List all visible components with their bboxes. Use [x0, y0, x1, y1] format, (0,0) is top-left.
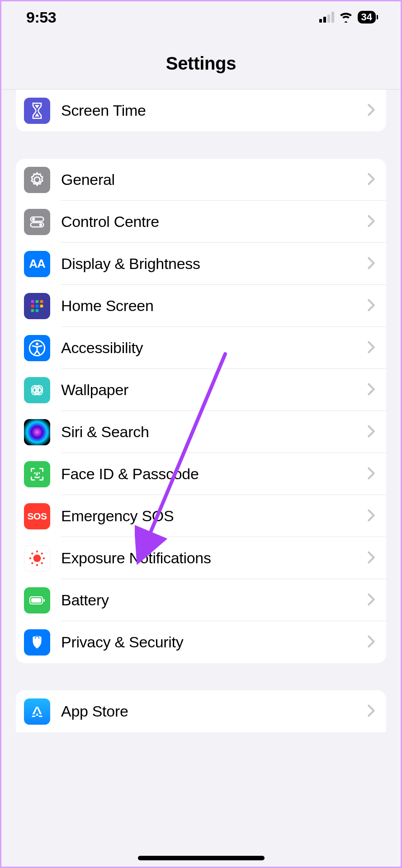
accessibility-icon [24, 335, 50, 361]
settings-group-appstore: App Store [16, 690, 386, 732]
settings-group-top: Screen Time [16, 90, 386, 132]
row-label: Privacy & Security [61, 633, 183, 651]
row-label: Exposure Notifications [61, 549, 211, 567]
settings-group-main: General Control Centre AA Display & Brig… [16, 159, 386, 663]
row-exposure-notifications[interactable]: Exposure Notifications [16, 537, 386, 579]
wallpaper-icon [24, 377, 50, 403]
chevron-right-icon [367, 341, 375, 355]
row-label: General [61, 171, 115, 189]
screen-time-icon [24, 98, 50, 124]
row-screen-time[interactable]: Screen Time [16, 90, 386, 132]
row-label: Emergency SOS [61, 507, 174, 525]
svg-rect-29 [31, 598, 41, 603]
status-right: 34 [319, 11, 376, 24]
siri-icon [24, 419, 50, 445]
svg-point-13 [36, 342, 38, 345]
svg-rect-7 [31, 304, 34, 307]
svg-point-25 [41, 552, 43, 554]
row-battery[interactable]: Battery [16, 579, 386, 621]
row-label: Display & Brightness [61, 255, 200, 273]
chevron-right-icon [367, 704, 375, 719]
row-control-centre[interactable]: Control Centre [16, 201, 386, 243]
svg-rect-9 [40, 304, 43, 307]
row-faceid-passcode[interactable]: Face ID & Passcode [16, 453, 386, 495]
chevron-right-icon [367, 215, 375, 229]
chevron-right-icon [367, 104, 375, 118]
wifi-icon [339, 12, 353, 23]
chevron-right-icon [367, 551, 375, 566]
chevron-right-icon [367, 635, 375, 650]
status-bar: 9:53 34 [1, 1, 401, 33]
row-siri[interactable]: Siri & Search [16, 411, 386, 453]
row-label: App Store [61, 703, 128, 720]
general-icon [24, 167, 50, 193]
svg-rect-6 [40, 300, 43, 303]
svg-point-19 [33, 554, 41, 562]
row-label: Face ID & Passcode [61, 465, 199, 483]
svg-point-23 [43, 557, 45, 559]
svg-point-20 [36, 550, 38, 552]
row-emergency-sos[interactable]: SOS Emergency SOS [16, 495, 386, 537]
chevron-right-icon [367, 299, 375, 313]
sos-icon: SOS [24, 503, 50, 529]
row-privacy-security[interactable]: Privacy & Security [16, 621, 386, 663]
svg-rect-11 [36, 309, 39, 312]
row-label: Accessibility [61, 339, 143, 357]
page-title: Settings [1, 53, 401, 74]
svg-point-14 [33, 386, 41, 394]
row-wallpaper[interactable]: Wallpaper [16, 369, 386, 411]
svg-point-21 [36, 564, 38, 566]
appstore-icon [24, 698, 50, 725]
display-brightness-icon: AA [24, 251, 50, 277]
chevron-right-icon [367, 467, 375, 481]
cellular-signal-icon [319, 12, 334, 23]
svg-point-3 [39, 223, 42, 226]
exposure-icon [24, 545, 50, 571]
svg-rect-5 [36, 300, 39, 303]
svg-point-27 [41, 562, 43, 564]
home-indicator[interactable] [138, 856, 265, 860]
status-time: 9:53 [26, 9, 56, 26]
chevron-right-icon [367, 425, 375, 439]
row-label: Siri & Search [61, 423, 149, 441]
header: Settings [1, 33, 401, 90]
svg-point-26 [31, 562, 33, 564]
chevron-right-icon [367, 383, 375, 397]
row-accessibility[interactable]: Accessibility [16, 327, 386, 369]
chevron-right-icon [367, 509, 375, 524]
home-screen-icon [24, 293, 50, 319]
row-label: Screen Time [61, 102, 146, 119]
svg-rect-8 [36, 304, 39, 307]
svg-rect-4 [31, 300, 34, 303]
row-home-screen[interactable]: Home Screen [16, 285, 386, 327]
svg-point-22 [29, 557, 31, 559]
battery-icon-row [24, 587, 50, 613]
row-app-store[interactable]: App Store [16, 690, 386, 732]
svg-point-24 [31, 552, 33, 554]
row-label: Control Centre [61, 213, 159, 231]
privacy-icon [24, 629, 50, 656]
row-label: Wallpaper [61, 381, 128, 399]
row-display-brightness[interactable]: AA Display & Brightness [16, 243, 386, 285]
row-label: Home Screen [61, 297, 154, 315]
control-centre-icon [24, 209, 50, 235]
svg-rect-10 [31, 309, 34, 312]
chevron-right-icon [367, 593, 375, 608]
faceid-icon [24, 461, 50, 487]
row-general[interactable]: General [16, 159, 386, 201]
chevron-right-icon [367, 173, 375, 187]
svg-point-1 [32, 217, 35, 220]
svg-rect-30 [43, 599, 45, 602]
battery-icon: 34 [358, 11, 376, 24]
chevron-right-icon [367, 257, 375, 271]
row-label: Battery [61, 591, 109, 609]
